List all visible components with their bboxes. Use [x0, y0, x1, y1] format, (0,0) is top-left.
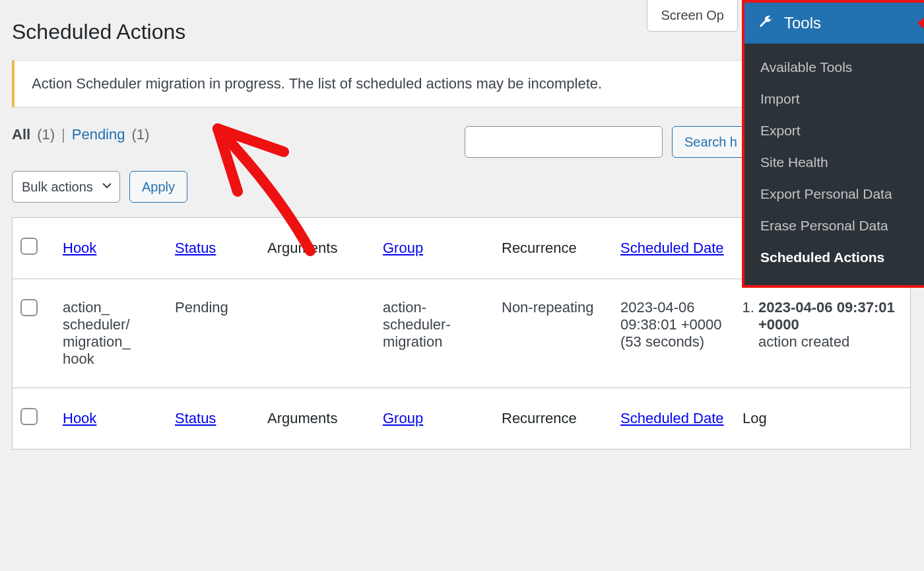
col-recurrence-bottom: Recurrence	[494, 388, 612, 450]
col-status-sort-bottom[interactable]: Status	[175, 410, 216, 426]
tools-menu-item[interactable]: Import	[744, 83, 924, 115]
cell-group: action-​scheduler-​migration	[375, 279, 494, 388]
col-group-sort-bottom[interactable]: Group	[383, 410, 423, 426]
cell-arguments	[259, 279, 375, 388]
row-checkbox[interactable]	[20, 299, 38, 316]
tools-menu-item[interactable]: Export Personal Data	[744, 178, 924, 210]
col-scheduled-sort[interactable]: Scheduled Date	[620, 240, 724, 256]
log-entry: 2023-04-06 09:37:01 +0000action created	[758, 299, 902, 351]
cell-scheduled: 2023-04-06 09:38:01 +0000 (53 seconds)	[612, 279, 735, 388]
filter-all-count: (1)	[37, 126, 55, 143]
tools-menu-item[interactable]: Available Tools	[744, 51, 924, 83]
col-recurrence: Recurrence	[494, 218, 612, 279]
tools-menu-item[interactable]: Scheduled Actions	[744, 242, 924, 273]
cell-status: Pending	[167, 279, 259, 388]
tools-menu-item[interactable]: Export	[744, 115, 924, 147]
col-hook-sort-bottom[interactable]: Hook	[63, 410, 96, 426]
flyout-pointer-icon	[917, 17, 924, 30]
cell-hook: action_​scheduler/​migration_​hook	[55, 279, 167, 388]
select-all-checkbox-top[interactable]	[20, 238, 38, 255]
col-hook-sort[interactable]: Hook	[63, 240, 96, 256]
filter-pending-link[interactable]: Pending	[72, 126, 125, 143]
col-status-sort[interactable]: Status	[175, 240, 216, 256]
migration-notice: Action Scheduler migration in progress. …	[12, 60, 787, 108]
bulk-actions-select[interactable]: Bulk actions	[12, 171, 120, 203]
search-input[interactable]	[465, 126, 663, 158]
table-row: action_​scheduler/​migration_​hookPendin…	[13, 279, 911, 388]
screen-options-button[interactable]: Screen Op	[647, 0, 738, 32]
table-footer-row: Hook Status Arguments Group Recurrence S…	[13, 388, 911, 450]
select-all-checkbox-bottom[interactable]	[20, 408, 38, 425]
notice-text: Action Scheduler migration in progress. …	[32, 75, 602, 92]
col-scheduled-sort-bottom[interactable]: Scheduled Date	[620, 410, 724, 426]
filter-divider: |	[61, 126, 65, 143]
col-log-bottom: Log	[735, 388, 911, 450]
screen-options-wrap: Screen Op	[647, 0, 738, 32]
tools-flyout-title: Tools	[784, 14, 821, 32]
cell-log: 2023-04-06 09:37:01 +0000action created	[735, 279, 911, 388]
cell-recurrence: Non-​repeating	[494, 279, 612, 388]
col-arguments: Arguments	[259, 218, 375, 279]
col-group-sort[interactable]: Group	[383, 240, 423, 256]
tools-flyout-header[interactable]: Tools	[744, 3, 924, 44]
col-arguments-bottom: Arguments	[259, 388, 375, 450]
tools-menu-item[interactable]: Erase Personal Data	[744, 210, 924, 242]
wrench-icon	[758, 13, 774, 33]
filter-all-label: All	[12, 126, 30, 143]
filter-pending-count: (1)	[131, 126, 149, 143]
tools-menu-item[interactable]: Site Health	[744, 147, 924, 178]
apply-bulk-button[interactable]: Apply	[129, 171, 187, 203]
status-filter-links: All (1) | Pending (1)	[12, 126, 149, 143]
search-button[interactable]: Search h	[672, 126, 750, 158]
tools-flyout-menu: Tools Available ToolsImportExportSite He…	[742, 0, 924, 288]
